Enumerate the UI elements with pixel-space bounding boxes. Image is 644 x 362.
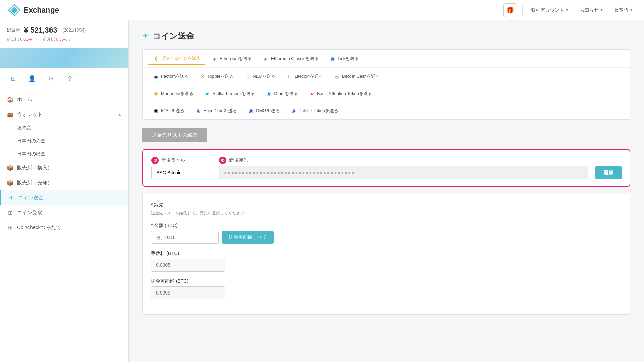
tab-xlm[interactable]: ★ Stellar Lumensを送る — [199, 88, 260, 99]
logo-text: Exchange — [24, 6, 59, 15]
tab-iost[interactable]: ◉ IOSTを送る — [148, 105, 189, 117]
page-title-icon: ✈ — [142, 32, 148, 40]
tab-bch[interactable]: ◎ Bitcoin Cashを送る — [329, 71, 385, 82]
tab-mona[interactable]: ◉ Monacoinを送る — [148, 88, 198, 99]
tab-plt[interactable]: ◉ Palette Tokenを送る — [286, 105, 343, 117]
available-label: 送金可能額 (BTC) — [151, 278, 622, 284]
page-header: ✈ コイン送金 — [142, 31, 630, 41]
logo-diamond-icon — [8, 4, 20, 16]
address-field-label: ② 新規宛先 — [219, 157, 588, 164]
language-menu[interactable]: 日本語 ▼ — [611, 6, 636, 15]
purchase-icon: 📦 — [7, 164, 14, 171]
label-field-label: ① 新規ラベル — [151, 157, 212, 164]
tab-btc[interactable]: ₿ ビットコインを送る — [148, 53, 205, 65]
tab-enj[interactable]: ◉ Enjin Coinを送る — [190, 105, 241, 117]
qtum-icon: ◉ — [266, 90, 272, 97]
coincheck-save-icon: ⊞ — [7, 224, 14, 231]
sidebar-item-purchase[interactable]: 📦 販売所（購入） — [0, 160, 128, 175]
fee-input — [151, 259, 225, 272]
form-row: ① 新規ラベル ② 新規宛先 追加 — [151, 157, 622, 179]
destination-group: * 宛先 送金先リストを編集して、宛先を登録してください — [151, 202, 622, 216]
coin-send-icon: ✈ — [8, 194, 15, 201]
form-highlighted: ① 新規ラベル ② 新規宛先 追加 — [142, 149, 630, 187]
main-content: ✈ コイン送金 ₿ ビットコインを送る ◈ Ethereumを送る ◈ Ethe… — [129, 20, 644, 362]
sell-label: 販売所（売却） — [17, 180, 53, 186]
purchase-label: 販売所（購入） — [17, 165, 53, 171]
assets-date: (2021/10/04) — [63, 28, 86, 33]
tab-lsk[interactable]: ◉ Liskを送る — [325, 53, 363, 65]
svg-marker-1 — [11, 7, 18, 14]
coin-tab-row-4: ◉ IOSTを送る ◉ Enjin Coinを送る ◉ OMGを送る ◉ Pal… — [143, 102, 630, 119]
sidebar-tab-help[interactable]: ? — [64, 73, 76, 85]
available-group: 送金可能額 (BTC) — [151, 278, 622, 299]
coin-tabs: ₿ ビットコインを送る ◈ Ethereumを送る ◈ Ethereum Cla… — [142, 49, 630, 120]
notification-menu[interactable]: お知らせ ▼ — [577, 6, 606, 15]
add-button[interactable]: 追加 — [595, 166, 622, 179]
trade-account-chevron: ▼ — [565, 8, 569, 12]
coin-send-label: コイン送金 — [18, 195, 43, 201]
sidebar-item-sell[interactable]: 📦 販売所（売却） — [0, 175, 128, 190]
available-input — [151, 286, 225, 299]
lsk-icon: ◉ — [329, 56, 336, 62]
sidebar-tab-settings[interactable]: ⚙ — [45, 73, 57, 85]
tab-qtum[interactable]: ◉ Qtumを送る — [261, 88, 303, 99]
iost-icon: ◉ — [153, 108, 159, 114]
sidebar-item-wallet[interactable]: 👜 ウォレット ▲ — [0, 107, 128, 122]
nem-icon: ⬡ — [244, 73, 250, 79]
sidebar-top: 総資産 ¥ 521,363 (2021/10/04) 前日比 0.01% ↓ 前… — [0, 20, 128, 48]
tab-nem[interactable]: ⬡ NEMを送る — [240, 71, 280, 82]
amount-group: * 金額 (BTC) 送金可能額すべて — [151, 223, 622, 244]
label-input[interactable] — [151, 166, 212, 179]
sidebar-tab-user[interactable]: 👤 — [26, 73, 38, 85]
monthly-change: 前月比 0.35% ↓ — [43, 37, 71, 42]
sidebar-item-total-assets[interactable]: 総資産 — [0, 122, 128, 135]
coin-receive-label: コイン受取 — [17, 209, 42, 216]
tab-omg[interactable]: ◉ OMGを送る — [243, 105, 284, 117]
tab-etc[interactable]: ◈ Ethereum Classicを送る — [258, 53, 323, 65]
sidebar-item-coin-send[interactable]: ✈ コイン送金 — [0, 190, 128, 205]
sidebar: 総資産 ¥ 521,363 (2021/10/04) 前日比 0.01% ↓ 前… — [0, 20, 129, 362]
label-field: ① 新規ラベル — [151, 157, 212, 179]
address-input[interactable] — [219, 166, 588, 179]
tab-bat[interactable]: ▲ Basic Attention Tokenを送る — [304, 88, 377, 99]
total-assets-label: 総資産 — [7, 27, 20, 33]
wallet-icon: 👜 — [7, 111, 14, 118]
send-all-button[interactable]: 送金可能額すべて — [222, 231, 274, 244]
tab-eth[interactable]: ◈ Ethereumを送る — [207, 53, 257, 65]
plt-icon: ◉ — [290, 108, 297, 114]
tab-xrp[interactable]: ✕ Rippleを送る — [195, 71, 238, 82]
coin-tab-row-3: ◉ Monacoinを送る ★ Stellar Lumensを送る ◉ Qtum… — [143, 85, 630, 102]
enj-icon: ◉ — [195, 108, 201, 114]
xrp-icon: ✕ — [200, 73, 206, 79]
header-gift-icon[interactable]: 🎁 — [503, 3, 517, 17]
etc-icon: ◈ — [263, 56, 269, 62]
sidebar-changes: 前日比 0.01% ↓ 前月比 0.35% ↓ — [7, 37, 122, 42]
fee-label: 手数料 (BTC) — [151, 250, 622, 257]
mona-icon: ◉ — [153, 90, 159, 97]
monthly-change-value: 0.35% ↓ — [56, 37, 70, 42]
ltc-icon: Ł — [286, 73, 293, 79]
amount-label: * 金額 (BTC) — [151, 223, 622, 229]
tab-ltc[interactable]: Ł Litecoinを送る — [282, 71, 328, 82]
sidebar-tab-grid[interactable]: ⊞ — [7, 73, 19, 85]
sidebar-item-coincheck-save[interactable]: ⊞ Coincheckつみたて — [0, 220, 128, 235]
destination-hint: 送金先リストを編集して、宛先を登録してください — [151, 210, 622, 216]
tab-fct[interactable]: ◉ Factomを送る — [148, 71, 194, 82]
sidebar-item-coin-receive[interactable]: ⊞ コイン受取 — [0, 205, 128, 220]
coin-receive-icon: ⊞ — [7, 209, 14, 216]
sidebar-item-jpy-withdrawal[interactable]: 日本円の出金 — [0, 147, 128, 160]
sidebar-item-jpy-deposit[interactable]: 日本円の入金 — [0, 135, 128, 147]
page-title: コイン送金 — [153, 31, 194, 41]
header: Exchange 🎁 取引アカウント ▼ お知らせ ▼ 日本語 ▼ — [0, 0, 644, 20]
total-assets-value: ¥ 521,363 — [24, 26, 57, 35]
amount-input[interactable] — [151, 231, 219, 244]
step1-circle: ① — [151, 157, 159, 164]
edit-list-button[interactable]: 送金先リストの編集 — [142, 128, 207, 142]
wallet-label: ウォレット — [17, 111, 42, 118]
sidebar-item-home[interactable]: 🏠 ホーム — [0, 92, 128, 107]
fct-icon: ◉ — [153, 73, 159, 79]
daily-change-value: 0.01% ↓ — [20, 37, 34, 42]
trade-account-menu[interactable]: 取引アカウント ▼ — [528, 6, 571, 15]
wallet-chevron-icon: ▲ — [118, 112, 122, 117]
address-field: ② 新規宛先 — [219, 157, 588, 179]
